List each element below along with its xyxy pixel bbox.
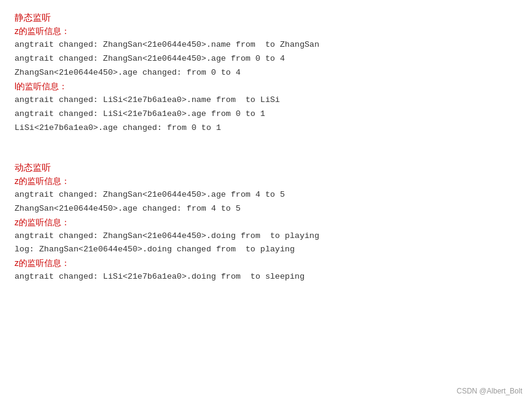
dynamic-z2-line-1: angtrait changed: ZhangSan<21e0644e450>.… <box>15 230 517 243</box>
dynamic-z3-block: z的监听信息： angtrait changed: LiSi<21e7b6a1e… <box>15 258 517 284</box>
static-l-block: l的监听信息： angtrait changed: LiSi<21e7b6a1e… <box>15 81 517 135</box>
dynamic-z2-label: z的监听信息： <box>15 217 517 228</box>
static-z-label: z的监听信息： <box>15 26 517 37</box>
dynamic-z1-label: z的监听信息： <box>15 176 517 187</box>
dynamic-z3-line-1: angtrait changed: LiSi<21e7b6a1ea0>.doin… <box>15 270 517 284</box>
static-l-line-2: angtrait changed: LiSi<21e7b6a1ea0>.age … <box>15 107 517 121</box>
dynamic-z1-block: z的监听信息： angtrait changed: ZhangSan<21e06… <box>15 176 517 216</box>
dynamic-z1-line-1: angtrait changed: ZhangSan<21e0644e450>.… <box>15 188 517 202</box>
static-l-line-1: angtrait changed: LiSi<21e7b6a1ea0>.name… <box>15 94 517 107</box>
dynamic-section: 动态监听 z的监听信息： angtrait changed: ZhangSan<… <box>15 162 517 285</box>
static-z-line-2: angtrait changed: ZhangSan<21e0644e450>.… <box>15 52 517 66</box>
watermark: CSDN @Albert_Bolt <box>457 387 522 395</box>
dynamic-title: 动态监听 <box>15 162 517 174</box>
dynamic-z1-line-2: ZhangSan<21e0644e450>.age changed: from … <box>15 202 517 216</box>
static-z-block: z的监听信息： angtrait changed: ZhangSan<21e06… <box>15 26 517 80</box>
static-l-label: l的监听信息： <box>15 81 517 92</box>
static-l-line-3: LiSi<21e7b6a1ea0>.age changed: from 0 to… <box>15 121 517 135</box>
dynamic-z3-label: z的监听信息： <box>15 258 517 269</box>
dynamic-z2-line-2: log: ZhangSan<21e0644e450>.doing changed… <box>15 243 517 257</box>
static-z-line-1: angtrait changed: ZhangSan<21e0644e450>.… <box>15 38 517 52</box>
static-title: 静态监听 <box>15 12 517 24</box>
dynamic-z2-block: z的监听信息： angtrait changed: ZhangSan<21e06… <box>15 217 517 257</box>
spacer-1 <box>15 140 517 151</box>
spacer-2 <box>15 151 517 162</box>
static-section: 静态监听 z的监听信息： angtrait changed: ZhangSan<… <box>15 12 517 135</box>
static-z-line-3: ZhangSan<21e0644e450>.age changed: from … <box>15 66 517 80</box>
